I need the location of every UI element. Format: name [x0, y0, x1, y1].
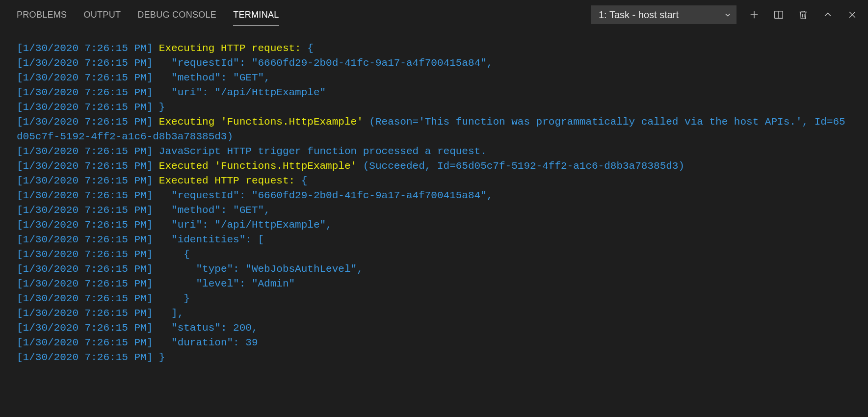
close-panel-button[interactable] [845, 8, 859, 22]
terminal-output[interactable]: [1/30/2020 7:26:15 PM] Executing HTTP re… [0, 29, 868, 365]
tab-debug-console[interactable]: DEBUG CONSOLE [137, 0, 216, 29]
panel-header: PROBLEMS OUTPUT DEBUG CONSOLE TERMINAL 1… [0, 0, 868, 29]
tab-terminal[interactable]: TERMINAL [233, 0, 279, 29]
terminal-select-dropdown[interactable]: 1: Task - host start [591, 5, 736, 24]
terminal-select-value: 1: Task - host start [599, 9, 679, 21]
tab-problems[interactable]: PROBLEMS [17, 0, 67, 29]
maximize-panel-button[interactable] [821, 8, 835, 22]
tab-output[interactable]: OUTPUT [83, 0, 121, 29]
panel-actions: 1: Task - host start [591, 5, 859, 24]
panel-tabs: PROBLEMS OUTPUT DEBUG CONSOLE TERMINAL [17, 0, 279, 29]
split-terminal-button[interactable] [772, 8, 786, 22]
kill-terminal-button[interactable] [796, 8, 810, 22]
new-terminal-button[interactable] [747, 8, 761, 22]
chevron-down-icon [724, 9, 731, 21]
